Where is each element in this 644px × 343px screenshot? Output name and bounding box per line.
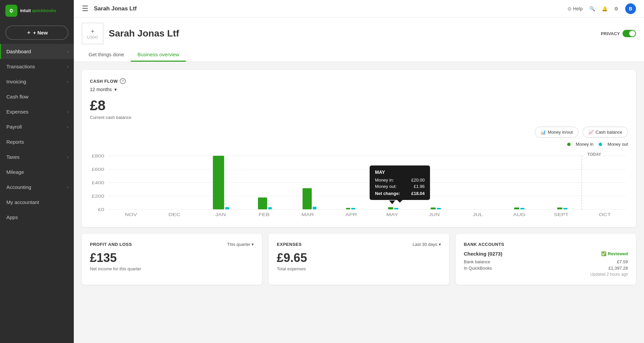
svg-text:£400: £400 bbox=[92, 181, 104, 185]
expenses-title: EXPENSES bbox=[277, 242, 302, 247]
bank-account-name: Checking (0273) ✅ Reviewed bbox=[464, 251, 628, 257]
bank-updated: Updated 2 hours ago bbox=[464, 272, 628, 277]
period-selector[interactable]: 12 months ▾ bbox=[90, 87, 628, 92]
chevron-icon: › bbox=[67, 155, 68, 159]
sidebar-item-reports[interactable]: Reports bbox=[0, 134, 74, 149]
search-icon: 🔍 bbox=[589, 6, 595, 11]
company-name: Sarah Jonas Ltf bbox=[109, 28, 179, 39]
money-in-out-button[interactable]: 📊 Money in/out bbox=[535, 127, 578, 138]
sidebar-item-apps[interactable]: Apps bbox=[0, 210, 74, 225]
avatar[interactable]: B bbox=[625, 3, 636, 14]
svg-marker-30 bbox=[389, 200, 395, 204]
sidebar-item-taxes[interactable]: Taxes › bbox=[0, 149, 74, 164]
pl-title: PROFIT AND LOSS bbox=[90, 242, 132, 247]
svg-text:NOV: NOV bbox=[125, 212, 137, 217]
svg-text:MAR: MAR bbox=[302, 212, 314, 217]
main-content: ☰ Sarah Jonas Ltf ⊙ Help 🔍 🔔 ⚙ B bbox=[74, 0, 644, 343]
svg-rect-1 bbox=[11, 9, 11, 10]
company-header: + LOGO Sarah Jonas Ltf PRIVACY Get thing… bbox=[74, 17, 644, 62]
svg-text:£600: £600 bbox=[92, 167, 104, 172]
sidebar-item-invoicing[interactable]: Invoicing › bbox=[0, 74, 74, 89]
expenses-amount: £9.65 bbox=[277, 251, 441, 265]
svg-rect-31 bbox=[431, 208, 436, 210]
cashflow-card: CASH FLOW ? 12 months ▾ £8 Current cash … bbox=[82, 70, 636, 227]
pl-desc: Net income for this quarter bbox=[90, 266, 254, 271]
sidebar-nav: Dashboard › Transactions › Invoicing › C… bbox=[0, 44, 74, 225]
search-button[interactable]: 🔍 bbox=[589, 6, 595, 11]
chart-controls: 📊 Money in/out 📈 Cash balance bbox=[90, 127, 628, 138]
topbar-right: ⊙ Help 🔍 🔔 ⚙ B bbox=[568, 3, 636, 14]
today-label: TODAY bbox=[587, 152, 601, 157]
settings-button[interactable]: ⚙ bbox=[614, 6, 619, 11]
sidebar-item-accounting[interactable]: Accounting › bbox=[0, 180, 74, 195]
cash-balance-label: Current cash balance bbox=[90, 115, 628, 120]
company-logo-upload[interactable]: + LOGO bbox=[82, 23, 103, 44]
svg-rect-35 bbox=[514, 208, 519, 210]
page-content: CASH FLOW ? 12 months ▾ £8 Current cash … bbox=[74, 62, 644, 343]
pl-amount: £135 bbox=[90, 251, 254, 265]
sidebar-item-mileage[interactable]: Mileage bbox=[0, 164, 74, 180]
sidebar-item-dashboard[interactable]: Dashboard › bbox=[0, 44, 74, 59]
hamburger-icon[interactable]: ☰ bbox=[82, 4, 89, 13]
help-button[interactable]: ⊙ Help bbox=[568, 6, 583, 11]
privacy-toggle-container: PRIVACY bbox=[601, 30, 636, 37]
svg-text:OCT: OCT bbox=[599, 212, 611, 217]
svg-text:£800: £800 bbox=[92, 154, 104, 158]
sidebar-item-my-accountant[interactable]: My accountant bbox=[0, 195, 74, 210]
new-button[interactable]: ＋ + New bbox=[5, 25, 68, 40]
chevron-icon: › bbox=[67, 185, 68, 190]
pl-period-selector[interactable]: This quarter ▾ bbox=[227, 242, 254, 247]
tab-business-overview[interactable]: Business overview bbox=[131, 48, 186, 62]
chevron-down-icon: ▾ bbox=[439, 242, 441, 247]
chevron-icon: › bbox=[67, 125, 68, 129]
chevron-down-icon: ▾ bbox=[114, 87, 117, 92]
legend-money-out-dot bbox=[599, 143, 602, 146]
cash-balance-button[interactable]: 📈 Cash balance bbox=[583, 127, 628, 138]
svg-rect-39 bbox=[564, 208, 568, 209]
svg-rect-19 bbox=[268, 207, 272, 209]
svg-rect-36 bbox=[520, 208, 524, 209]
svg-text:JUL: JUL bbox=[473, 212, 483, 217]
bar-chart-icon: 📊 bbox=[540, 130, 546, 135]
bank-header: BANK ACCOUNTS bbox=[464, 242, 628, 248]
svg-text:£200: £200 bbox=[92, 194, 104, 198]
tab-get-things-done[interactable]: Get things done bbox=[82, 48, 131, 62]
bank-balance-row: Bank balance £7.59 bbox=[464, 259, 628, 264]
svg-text:SEPT: SEPT bbox=[554, 212, 569, 217]
chevron-icon: › bbox=[67, 110, 68, 114]
chevron-down-icon: ▾ bbox=[252, 242, 254, 247]
expenses-desc: Total expenses bbox=[277, 266, 441, 271]
brand-name: intuit quickbooks bbox=[20, 8, 56, 13]
notification-button[interactable]: 🔔 bbox=[602, 6, 607, 11]
toggle-thumb bbox=[629, 30, 635, 37]
legend-money-in-dot bbox=[567, 143, 571, 146]
svg-rect-18 bbox=[258, 198, 267, 210]
sidebar-item-cash-flow[interactable]: Cash flow bbox=[0, 89, 74, 104]
sidebar-item-transactions[interactable]: Transactions › bbox=[0, 59, 74, 74]
svg-rect-28 bbox=[394, 208, 398, 209]
svg-rect-38 bbox=[557, 208, 562, 210]
sidebar-item-payroll[interactable]: Payroll › bbox=[0, 119, 74, 134]
svg-rect-15 bbox=[213, 156, 224, 209]
bell-icon: 🔔 bbox=[602, 6, 607, 11]
reviewed-badge: ✅ Reviewed bbox=[601, 251, 628, 256]
sidebar-item-expenses[interactable]: Expenses › bbox=[0, 104, 74, 119]
quickbooks-logo bbox=[5, 5, 17, 17]
svg-rect-27 bbox=[388, 207, 393, 209]
chart-area: TODAY £800 £600 £400 £200 £0 NOV bbox=[90, 152, 628, 219]
sidebar: intuit quickbooks ＋ + New Dashboard › Tr… bbox=[0, 0, 74, 343]
expenses-header: EXPENSES Last 30 days ▾ bbox=[277, 242, 441, 248]
svg-text:JAN: JAN bbox=[215, 212, 226, 217]
svg-text:AUG: AUG bbox=[513, 212, 525, 217]
cashflow-help[interactable]: ? bbox=[120, 78, 126, 84]
svg-rect-22 bbox=[313, 207, 317, 209]
expenses-period-selector[interactable]: Last 30 days ▾ bbox=[413, 242, 441, 247]
line-chart-icon: 📈 bbox=[588, 130, 594, 135]
chevron-icon: › bbox=[67, 64, 68, 69]
privacy-toggle[interactable] bbox=[623, 30, 636, 37]
legend-money-in-label: Money in bbox=[576, 142, 594, 147]
privacy-label: PRIVACY bbox=[601, 31, 620, 36]
company-left: + LOGO Sarah Jonas Ltf bbox=[82, 23, 179, 44]
tabs: Get things done Business overview bbox=[82, 48, 636, 62]
topbar-company-name: Sarah Jonas Ltf bbox=[94, 5, 137, 12]
